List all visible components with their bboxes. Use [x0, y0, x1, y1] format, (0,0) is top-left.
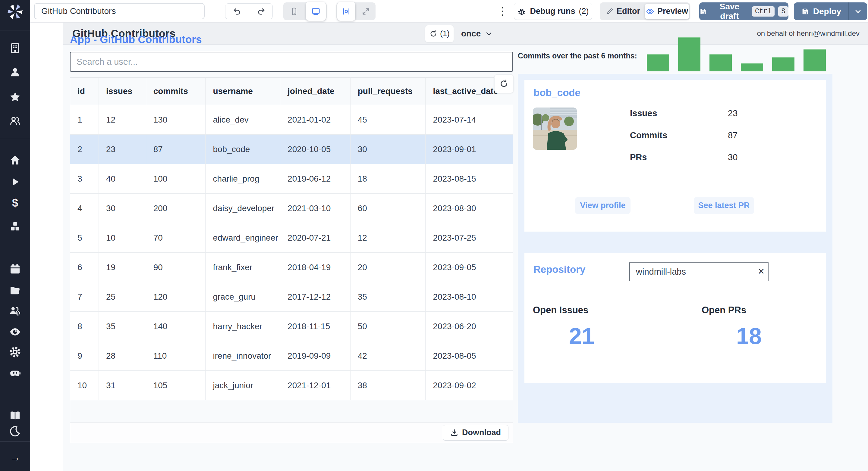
dollar-icon[interactable]: $ — [0, 196, 30, 210]
table-cell: 5 — [70, 223, 99, 253]
table-cell: grace_guru — [206, 282, 280, 311]
refresh-count: (1) — [440, 29, 450, 38]
deploy-button-group: Deploy — [794, 2, 867, 20]
table-cell: 2023-08-15 — [426, 164, 513, 193]
table-cell: 2023-06-20 — [426, 312, 513, 341]
table-row[interactable]: 725120grace_guru2017-12-12352023-08-10 — [70, 282, 513, 311]
table-header-row: idissuescommitsusernamejoined_datepull_r… — [70, 78, 513, 105]
repository-card: Repository × Open Issues Open PRs 21 18 — [524, 253, 826, 383]
table-cell: 2023-09-02 — [426, 371, 513, 400]
table-row[interactable]: 340100charlie_prog2019-06-12182023-08-15 — [70, 164, 513, 193]
cubes-icon[interactable] — [0, 221, 30, 233]
column-header[interactable]: username — [206, 78, 280, 105]
table-row[interactable]: 112130alice_dev2021-01-02452023-07-14 — [70, 105, 513, 134]
search-input[interactable] — [70, 52, 513, 72]
mobile-view-button[interactable] — [283, 2, 305, 20]
book-icon[interactable] — [0, 410, 30, 422]
column-header[interactable]: commits — [146, 78, 206, 105]
open-issues-value: 21 — [542, 323, 621, 349]
table-cell: 140 — [146, 312, 206, 341]
bar — [678, 37, 701, 71]
users-icon[interactable] — [0, 115, 30, 127]
table-cell: 30 — [99, 194, 146, 223]
users-gear-icon[interactable] — [0, 305, 30, 317]
table-cell: 2018-04-19 — [280, 253, 350, 282]
table-row[interactable]: 928110irene_innovator2019-09-09422023-08… — [70, 341, 513, 370]
floppy-icon — [699, 7, 707, 16]
table-cell: 110 — [146, 341, 206, 370]
table-cell: 30 — [350, 135, 426, 164]
table-cell: daisy_developer — [206, 194, 280, 223]
table-footer: Download — [70, 422, 513, 443]
debug-runs-label: Debug runs — [530, 7, 575, 16]
deploy-dropdown-button[interactable] — [848, 2, 867, 20]
stat-value: 23 — [728, 108, 738, 119]
table-cell: 4 — [70, 194, 99, 223]
stat-value: 87 — [728, 130, 738, 140]
bar — [772, 57, 795, 71]
robot-icon[interactable] — [0, 367, 30, 379]
building-icon[interactable] — [0, 42, 30, 54]
more-menu-icon[interactable]: ⋮ — [496, 2, 509, 20]
top-toolbar: ⋮ Debug runs (2) Editor Preview Save dra… — [30, 0, 868, 23]
user-icon[interactable] — [0, 66, 30, 78]
fullscreen-icon[interactable] — [356, 2, 375, 20]
kbd-ctrl: Ctrl — [752, 6, 775, 16]
tab-editor[interactable]: Editor — [601, 4, 645, 19]
calendar-icon[interactable] — [0, 263, 30, 275]
stat-label: Issues — [630, 108, 657, 119]
table-row[interactable]: 51070edward_engineer2020-07-21122023-07-… — [70, 223, 513, 253]
download-button[interactable]: Download — [443, 425, 508, 441]
table-row[interactable]: 835140harry_hacker2018-11-15502023-06-20 — [70, 311, 513, 341]
debug-runs-button[interactable]: Debug runs (2) — [514, 3, 592, 20]
column-header[interactable]: pull_requests — [350, 78, 426, 105]
table-cell: 2018-11-15 — [280, 312, 350, 341]
desktop-view-button[interactable] — [305, 2, 327, 20]
view-profile-button[interactable]: View profile — [575, 197, 630, 214]
column-header[interactable]: joined_date — [280, 78, 350, 105]
app-title-input[interactable] — [34, 3, 205, 19]
table-row[interactable]: 430200daisy_developer2021-03-10602023-08… — [70, 193, 513, 223]
table-refresh-button[interactable] — [494, 74, 514, 93]
windmill-logo-icon[interactable] — [7, 3, 24, 20]
star-icon[interactable] — [0, 91, 30, 103]
moon-icon[interactable] — [0, 425, 30, 437]
save-draft-button[interactable]: Save draft Ctrl S — [699, 2, 788, 20]
app-canvas: GitHub Contributors (1) once on behalf o… — [63, 23, 868, 471]
redo-button[interactable] — [249, 4, 273, 19]
table-cell: 10 — [70, 371, 99, 400]
table-cell: frank_fixer — [206, 253, 280, 282]
table-row[interactable]: 1031105jack_junior2021-12-01382023-09-02 — [70, 370, 513, 400]
see-latest-pr-button[interactable]: See latest PR — [694, 197, 754, 214]
table-cell: 10 — [99, 223, 146, 253]
open-prs-value: 18 — [710, 323, 788, 349]
folder-icon[interactable] — [0, 284, 30, 296]
undo-button[interactable] — [225, 4, 249, 19]
deploy-button[interactable]: Deploy — [794, 2, 848, 20]
editor-preview-toggle: Editor Preview — [600, 2, 690, 20]
repository-input[interactable] — [629, 262, 769, 281]
arrow-right-icon[interactable]: → — [0, 450, 30, 464]
play-icon[interactable] — [0, 176, 30, 188]
gear-icon[interactable] — [0, 346, 30, 358]
table-row[interactable]: 61990frank_fixer2018-04-19202023-09-05 — [70, 253, 513, 282]
stat-value: 30 — [728, 153, 738, 162]
clear-input-icon[interactable]: × — [758, 264, 764, 278]
center-layout-button[interactable] — [336, 2, 356, 20]
column-header[interactable]: issues — [99, 78, 146, 105]
home-icon[interactable] — [0, 154, 30, 166]
table-cell: 50 — [350, 312, 426, 341]
table-cell: 2020-07-21 — [280, 223, 350, 253]
table-cell: 31 — [99, 371, 146, 400]
table-cell: 120 — [146, 282, 206, 311]
column-header[interactable]: id — [70, 78, 99, 105]
table-cell: 35 — [350, 282, 426, 311]
table-cell: 2019-09-09 — [280, 341, 350, 370]
schedule-dropdown[interactable]: once — [461, 29, 493, 38]
table-row[interactable]: 22387bob_code2020-10-05302023-09-01 — [70, 134, 513, 164]
eye-icon[interactable] — [0, 326, 30, 338]
app-refresh-button[interactable]: (1) — [425, 25, 454, 42]
table-cell: 2021-03-10 — [280, 194, 350, 223]
table-cell: 20 — [350, 253, 426, 282]
tab-preview[interactable]: Preview — [645, 4, 689, 19]
